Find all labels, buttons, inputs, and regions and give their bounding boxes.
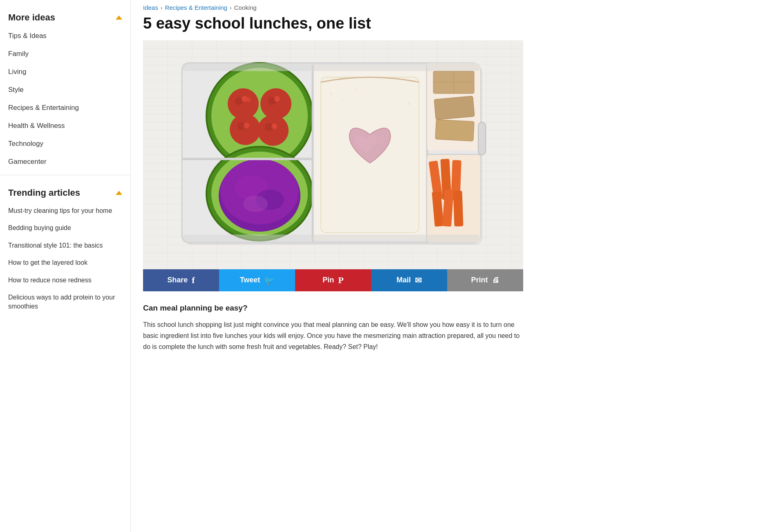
pin-label: Pin xyxy=(323,276,334,284)
trending-item-5[interactable]: Delicious ways to add protein to your sm… xyxy=(0,289,130,315)
trending-title: Trending articles xyxy=(8,188,80,198)
sidebar-divider xyxy=(0,175,130,175)
sidebar-item-style[interactable]: Style xyxy=(0,81,130,99)
breadcrumb-separator-1: › xyxy=(161,4,163,11)
svg-point-17 xyxy=(258,115,289,146)
mail-button[interactable]: Mail ✉ xyxy=(371,269,447,291)
more-ideas-title: More ideas xyxy=(8,12,55,23)
share-facebook-button[interactable]: Share f xyxy=(143,269,219,291)
svg-rect-45 xyxy=(435,119,474,141)
svg-point-38 xyxy=(392,95,393,96)
svg-point-36 xyxy=(343,99,344,101)
pinterest-icon: P xyxy=(338,275,343,286)
hero-svg xyxy=(143,40,523,269)
facebook-icon: f xyxy=(192,275,195,286)
trending-nav: Must-try cleaning tips for your home Bed… xyxy=(0,202,130,315)
svg-rect-56 xyxy=(182,235,480,243)
print-icon: 🖨 xyxy=(492,276,499,284)
sidebar-item-living[interactable]: Living xyxy=(0,63,130,81)
sidebar-item-health[interactable]: Health & Wellness xyxy=(0,117,130,135)
print-button[interactable]: Print 🖨 xyxy=(447,269,523,291)
trending-item-1[interactable]: Bedding buying guide xyxy=(0,219,130,237)
svg-point-15 xyxy=(230,114,261,145)
svg-rect-54 xyxy=(478,122,486,155)
svg-point-20 xyxy=(274,96,280,102)
trending-item-3[interactable]: How to get the layered look xyxy=(0,254,130,271)
trending-item-4[interactable]: How to reduce nose redness xyxy=(0,272,130,289)
trending-item-2[interactable]: Transitional style 101: the basics xyxy=(0,237,130,254)
trending-section-header[interactable]: Trending articles xyxy=(0,183,130,202)
share-bar: Share f Tweet 🐦 Pin P Mail ✉ Print 🖨 xyxy=(143,269,523,291)
article-paragraph: This school lunch shopping list just mig… xyxy=(143,319,523,353)
breadcrumb-cooking: Cooking xyxy=(234,4,257,11)
more-ideas-section-header[interactable]: More ideas xyxy=(0,8,130,27)
sidebar-item-gamecenter[interactable]: Gamecenter xyxy=(0,153,130,171)
mail-icon: ✉ xyxy=(415,275,422,285)
sidebar-item-tips-ideas[interactable]: Tips & Ideas xyxy=(0,27,130,45)
share-label: Share xyxy=(167,276,188,284)
svg-point-19 xyxy=(242,96,247,102)
print-label: Print xyxy=(471,276,488,284)
main-content: Ideas › Recipes & Entertaining › Cooking… xyxy=(131,0,757,532)
svg-rect-55 xyxy=(182,63,480,71)
breadcrumb-separator-2: › xyxy=(230,4,232,11)
sidebar-item-recipes[interactable]: Recipes & Entertaining xyxy=(0,99,130,117)
svg-point-35 xyxy=(330,92,332,95)
article-title: 5 easy school lunches, one list xyxy=(143,14,745,33)
twitter-icon: 🐦 xyxy=(264,275,274,285)
trending-chevron-icon xyxy=(116,191,122,195)
tweet-label: Tweet xyxy=(240,276,260,284)
sidebar-item-technology[interactable]: Technology xyxy=(0,135,130,153)
svg-point-13 xyxy=(260,88,291,119)
svg-rect-44 xyxy=(434,96,475,120)
mail-label: Mail xyxy=(396,276,411,284)
trending-item-0[interactable]: Must-try cleaning tips for your home xyxy=(0,202,130,219)
svg-point-22 xyxy=(271,123,277,129)
article-body: Can meal planning be easy? This school l… xyxy=(143,304,523,353)
svg-point-21 xyxy=(244,123,249,128)
trending-section: Trending articles Must-try cleaning tips… xyxy=(0,183,130,315)
sidebar-item-family[interactable]: Family xyxy=(0,45,130,63)
more-ideas-chevron-icon xyxy=(116,16,122,20)
breadcrumb-recipes[interactable]: Recipes & Entertaining xyxy=(165,4,227,11)
hero-image xyxy=(143,40,523,269)
more-ideas-nav: Tips & Ideas Family Living Style Recipes… xyxy=(0,27,130,171)
sidebar: More ideas Tips & Ideas Family Living St… xyxy=(0,0,131,532)
svg-point-37 xyxy=(354,88,357,91)
svg-rect-53 xyxy=(453,190,464,226)
article-subheading: Can meal planning be easy? xyxy=(143,304,523,313)
svg-point-29 xyxy=(243,196,268,212)
breadcrumb-ideas[interactable]: Ideas xyxy=(143,4,158,11)
breadcrumb: Ideas › Recipes & Entertaining › Cooking xyxy=(143,4,745,11)
tweet-button[interactable]: Tweet 🐦 xyxy=(219,269,295,291)
pin-button[interactable]: Pin P xyxy=(295,269,371,291)
svg-point-39 xyxy=(408,103,410,105)
